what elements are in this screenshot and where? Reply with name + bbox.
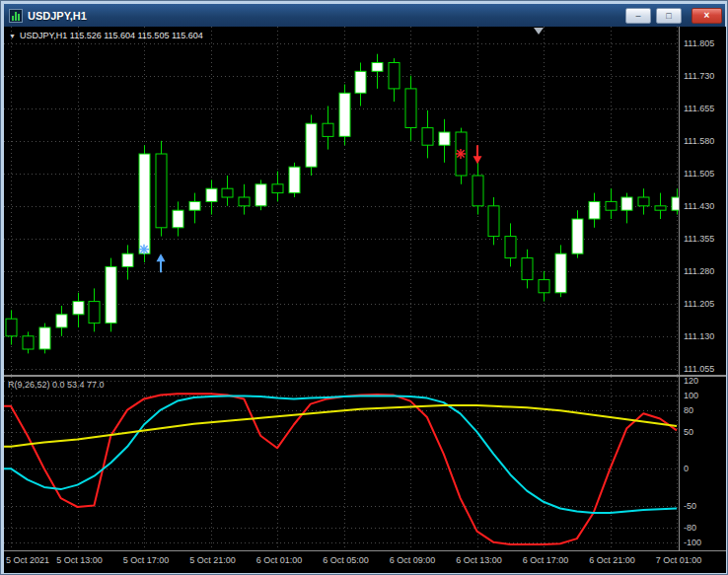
price-tick-label: 111.130 [684, 331, 714, 341]
candle-body [289, 167, 300, 192]
candle-body [173, 210, 183, 228]
time-tick-label: 6 Oct 01:00 [252, 555, 307, 565]
price-axis-border [679, 27, 680, 550]
candle-body [422, 128, 433, 146]
time-tick-label: 6 Oct 21:00 [585, 555, 640, 565]
pane-separator[interactable] [4, 375, 726, 377]
indicator-line-yellow [4, 405, 677, 447]
minimize-button[interactable]: – [625, 8, 651, 24]
indicator-tick-label: -50 [684, 501, 696, 511]
chart-window: USDJPY,H1 – □ × ▼ USDJPY,H1 115.526 115.… [0, 0, 728, 575]
candle-body [206, 188, 217, 201]
candle-body [539, 280, 549, 293]
candle-body [655, 206, 666, 210]
price-tick-label: 111.805 [684, 38, 714, 48]
candle-body [372, 63, 383, 72]
signal-star-icon [139, 245, 149, 254]
candle-body [106, 266, 116, 323]
price-tick-label: 111.505 [684, 169, 714, 179]
time-tick-label: 6 Oct 05:00 [319, 555, 374, 565]
candle-body [389, 63, 400, 89]
main-chart-canvas[interactable] [4, 27, 679, 375]
time-tick-label: 5 Oct 17:00 [118, 555, 174, 565]
candle-body [621, 197, 632, 210]
time-axis[interactable]: 5 Oct 20215 Oct 13:005 Oct 17:005 Oct 21… [4, 551, 726, 573]
candle-body [488, 206, 499, 237]
candle-body [23, 336, 34, 349]
indicator-tick-label: 100 [684, 391, 698, 400]
candle-body [139, 154, 150, 253]
indicator-axis[interactable]: 12010080500-50-80-100 [684, 377, 726, 550]
candle-body [672, 197, 679, 210]
titlebar[interactable]: USDJPY,H1 – □ × [4, 4, 725, 27]
chart-client-area: ▼ USDJPY,H1 115.526 115.604 115.505 115.… [4, 27, 726, 573]
candle-body [89, 302, 100, 323]
candle-body [606, 201, 617, 210]
chart-shift-marker-icon [534, 28, 544, 35]
candle-body [255, 184, 266, 206]
signal-arrow-up-icon [157, 253, 166, 272]
time-tick-label: 5 Oct 13:00 [52, 555, 108, 565]
price-tick-label: 111.430 [684, 201, 714, 211]
indicator-tick-label: -80 [684, 523, 696, 533]
time-tick-label: 6 Oct 13:00 [452, 555, 507, 565]
price-tick-label: 111.055 [684, 364, 714, 374]
price-tick-label: 111.730 [684, 71, 714, 81]
candle-body [189, 201, 200, 210]
candle-body [122, 253, 133, 266]
candle-body [272, 184, 283, 193]
indicator-tick-label: 120 [684, 376, 698, 386]
candle-body [572, 219, 583, 253]
signal-arrow-down-icon [473, 145, 482, 164]
candle-body [439, 132, 450, 145]
candle-body [239, 197, 250, 206]
indicator-canvas[interactable] [4, 377, 679, 550]
candle-body [339, 93, 350, 136]
indicator-tick-label: 0 [684, 464, 689, 473]
candle-body [405, 89, 416, 128]
candle-body [323, 123, 333, 136]
price-tick-label: 111.580 [684, 136, 714, 146]
candle-body [473, 176, 483, 206]
window-title: USDJPY,H1 [28, 10, 620, 22]
price-tick-label: 111.655 [684, 104, 714, 113]
close-button[interactable]: × [692, 8, 722, 24]
price-tick-label: 111.205 [684, 299, 714, 309]
indicator-tick-label: -100 [684, 538, 701, 547]
candle-body [73, 302, 84, 315]
time-tick-label: 6 Oct 09:00 [385, 555, 440, 565]
candle-body [56, 315, 67, 327]
maximize-button[interactable]: □ [656, 8, 682, 24]
price-tick-label: 111.280 [684, 266, 714, 276]
candle-body [156, 154, 167, 228]
price-tick-label: 111.355 [684, 234, 714, 244]
time-tick-label: 5 Oct 21:00 [185, 555, 241, 565]
candle-body [522, 258, 533, 280]
candle-body [222, 188, 233, 197]
indicator-tick-label: 50 [684, 427, 693, 437]
candle-body [505, 237, 516, 258]
candle-body [306, 123, 317, 167]
time-tick-label: 7 Oct 01:00 [651, 555, 706, 565]
chart-icon [9, 9, 23, 23]
time-tick-label: 6 Oct 17:00 [518, 555, 573, 565]
candle-body [589, 201, 600, 219]
signal-star-icon [456, 149, 466, 159]
indicator-tick-label: 80 [684, 405, 693, 415]
candle-body [555, 253, 566, 293]
candle-body [39, 327, 50, 349]
candle-body [638, 197, 649, 206]
candle-body [6, 319, 17, 336]
candle-body [355, 71, 366, 93]
